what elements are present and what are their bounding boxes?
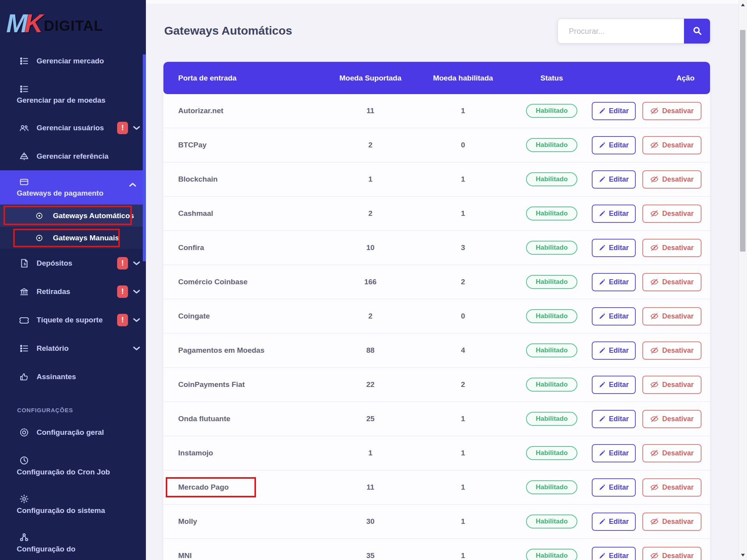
sidebar-item-gerenciar-mercado[interactable]: Gerenciar mercado: [0, 47, 146, 75]
ticket-icon: [19, 315, 30, 325]
sidebar-scrollbar-thumb[interactable]: [143, 54, 146, 261]
sidebar-item-label: Gerenciar referência: [37, 152, 109, 161]
edit-button[interactable]: Editar: [592, 307, 636, 326]
status-badge: Habilitado: [526, 309, 577, 323]
edit-button[interactable]: Editar: [592, 170, 636, 189]
edit-button[interactable]: Editar: [592, 478, 636, 497]
pencil-icon: [599, 518, 605, 525]
edit-button[interactable]: Editar: [592, 136, 636, 154]
sidebar-item-label: Assinantes: [37, 373, 76, 381]
status-badge: Habilitado: [526, 412, 577, 426]
sidebar-item-gateways-de-pagamento[interactable]: Gateways de pagamento: [0, 170, 146, 205]
status-badge: Habilitado: [526, 378, 577, 392]
sidebar-item-assinantes[interactable]: Assinantes: [0, 362, 146, 391]
sidebar-item-configura-o-do-sistema[interactable]: Configuração do sistema: [0, 485, 146, 523]
main-content: Gateways Automáticos Porta de entrada Mo…: [146, 0, 739, 560]
edit-button[interactable]: Editar: [592, 410, 636, 428]
edit-button[interactable]: Editar: [592, 273, 636, 291]
clock-icon: [19, 455, 143, 466]
eye-slash-icon: [650, 415, 659, 422]
eye-slash-icon: [650, 244, 659, 251]
disable-button[interactable]: Desativar: [642, 205, 701, 223]
supported-currency-count: 11: [335, 483, 406, 492]
sidebar-item-gerenciar-refer-ncia[interactable]: Gerenciar referência: [0, 142, 146, 170]
column-header-action: Ação: [584, 74, 710, 82]
page-title: Gateways Automáticos: [164, 24, 292, 37]
status-badge: Habilitado: [526, 241, 577, 255]
search-button[interactable]: [684, 19, 710, 44]
pencil-icon: [599, 279, 605, 285]
supported-currency-count: 25: [335, 415, 406, 423]
disable-button[interactable]: Desativar: [642, 170, 701, 189]
eye-slash-icon: [650, 210, 659, 217]
sidebar-item-configura-o-geral[interactable]: Configuração geral: [0, 418, 146, 446]
deposit-icon: $: [19, 258, 30, 268]
pencil-icon: [599, 142, 605, 149]
target-icon: [35, 212, 44, 220]
disable-button[interactable]: Desativar: [642, 444, 701, 462]
edit-button[interactable]: Editar: [592, 513, 636, 531]
table-row: Cashmaal 2 1 Habilitado Editar Desativar: [163, 196, 710, 230]
disable-button[interactable]: Desativar: [642, 136, 701, 154]
pencil-icon: [599, 416, 605, 422]
sidebar-subitem-gateways-autom-ticos[interactable]: Gateways Automáticos: [0, 205, 146, 227]
eye-slash-icon: [650, 313, 659, 320]
badge-gear-icon: [19, 427, 30, 438]
sidebar-item-retiradas[interactable]: Retiradas!: [0, 277, 146, 306]
edit-button[interactable]: Editar: [592, 239, 636, 257]
edit-button[interactable]: Editar: [592, 341, 636, 360]
sidebar-item-configura-o-do[interactable]: Configuração do: [0, 523, 146, 560]
pencil-icon: [599, 245, 605, 251]
gateway-name: Comércio Coinbase: [178, 278, 247, 286]
enabled-currency-count: 1: [406, 107, 520, 115]
disable-button[interactable]: Desativar: [642, 410, 701, 428]
page-scrollbar[interactable]: [738, 0, 747, 560]
edit-button[interactable]: Editar: [592, 444, 636, 462]
sidebar-item-gerenciar-usu-rios[interactable]: Gerenciar usuários!: [0, 114, 146, 142]
disable-button[interactable]: Desativar: [642, 547, 701, 560]
edit-button[interactable]: Editar: [592, 376, 636, 394]
page-scrollbar-thumb[interactable]: [740, 30, 745, 252]
table-body: Autorizar.net 11 1 Habilitado Editar Des…: [163, 94, 710, 560]
enabled-currency-count: 3: [406, 243, 520, 252]
scroll-up-arrow-icon[interactable]: [739, 3, 747, 7]
sidebar-item-t-quete-de-suporte[interactable]: Tíquete de suporte!: [0, 306, 146, 334]
sidebar-item-label: Retiradas: [37, 287, 70, 296]
disable-button[interactable]: Desativar: [642, 273, 701, 291]
disable-button[interactable]: Desativar: [642, 513, 701, 531]
disable-button[interactable]: Desativar: [642, 478, 701, 497]
disable-button[interactable]: Desativar: [642, 376, 701, 394]
search-input[interactable]: [558, 19, 684, 44]
pencil-icon: [599, 484, 605, 491]
pencil-icon: [599, 382, 605, 388]
sidebar-item-configura-o-do-cron-job[interactable]: Configuração do Cron Job: [0, 446, 146, 485]
edit-button[interactable]: Editar: [592, 102, 636, 120]
gateway-name: CoinPayments Fiat: [178, 380, 245, 389]
pencil-icon: [599, 176, 605, 183]
sidebar-item-relat-rio[interactable]: Relatório: [0, 334, 146, 362]
sidebar-subitem-gateways-manuais[interactable]: Gateways Manuais: [0, 227, 146, 249]
scroll-down-arrow-icon[interactable]: [739, 553, 747, 557]
supported-currency-count: 2: [335, 209, 406, 218]
disable-button[interactable]: Desativar: [642, 307, 701, 326]
search-bar: [558, 19, 710, 44]
sidebar-item-label: Tíquete de suporte: [37, 316, 103, 324]
disable-button[interactable]: Desativar: [642, 239, 701, 257]
sidebar-item-label: Gerenciar par de moedas: [17, 96, 140, 105]
sidebar-item-dep-sitos[interactable]: $Depósitos!: [0, 249, 146, 277]
sidebar-subitem-label: Gateways Manuais: [53, 234, 119, 242]
edit-button[interactable]: Editar: [592, 547, 636, 560]
chevron-down-icon: [133, 261, 140, 266]
supported-currency-count: 166: [335, 278, 406, 286]
disable-button[interactable]: Desativar: [642, 102, 701, 120]
chevron-down-icon: [133, 317, 140, 323]
sidebar-item-label: Depósitos: [37, 259, 72, 268]
chevron-up-icon: [129, 182, 137, 187]
brand-logo-k: K: [25, 10, 43, 36]
disable-button[interactable]: Desativar: [642, 341, 701, 360]
sidebar-item-gerenciar-par-de-moedas[interactable]: Gerenciar par de moedas: [0, 75, 146, 114]
enabled-currency-count: 4: [406, 346, 520, 355]
edit-button[interactable]: Editar: [592, 205, 636, 223]
enabled-currency-count: 1: [406, 415, 520, 423]
supported-currency-count: 22: [335, 380, 406, 389]
